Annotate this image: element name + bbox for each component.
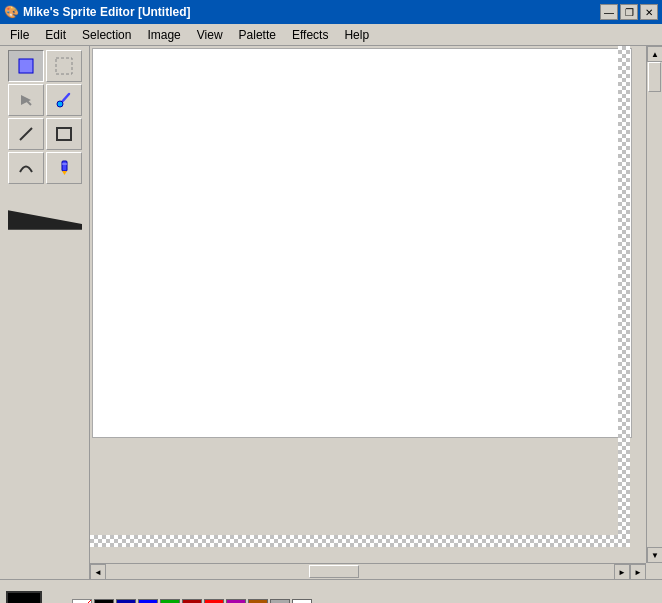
scroll-thumb-horizontal[interactable] bbox=[309, 565, 359, 578]
swatch-green[interactable] bbox=[160, 599, 180, 604]
scrollbar-vertical[interactable]: ▲ ▼ bbox=[646, 46, 662, 563]
svg-point-5 bbox=[57, 101, 63, 107]
menu-bar: File Edit Selection Image View Palette E… bbox=[0, 24, 662, 46]
scrollbar-horizontal[interactable]: ◄ ► ► bbox=[90, 563, 646, 579]
menu-image[interactable]: Image bbox=[139, 26, 188, 44]
swatch-blue[interactable] bbox=[138, 599, 158, 604]
minimize-button[interactable]: — bbox=[600, 4, 618, 20]
svg-marker-9 bbox=[62, 171, 67, 175]
brush-size-area bbox=[4, 194, 86, 234]
swatch-white[interactable] bbox=[292, 599, 312, 604]
window-title: Mike's Sprite Editor [Untitled] bbox=[23, 5, 191, 19]
svg-line-6 bbox=[20, 128, 32, 140]
svg-rect-7 bbox=[57, 128, 71, 140]
menu-view[interactable]: View bbox=[189, 26, 231, 44]
swatch-dark-red[interactable] bbox=[182, 599, 202, 604]
scroll-track-vertical[interactable] bbox=[647, 62, 662, 547]
swatch-gray[interactable] bbox=[270, 599, 290, 604]
scroll-left-button[interactable]: ◄ bbox=[90, 564, 106, 579]
palette-area bbox=[72, 599, 312, 604]
svg-marker-11 bbox=[8, 210, 82, 229]
swatch-red[interactable] bbox=[204, 599, 224, 604]
menu-help[interactable]: Help bbox=[336, 26, 377, 44]
line-tool[interactable] bbox=[8, 118, 44, 150]
app-icon: 🎨 bbox=[4, 5, 19, 19]
restore-button[interactable]: ❐ bbox=[620, 4, 638, 20]
menu-effects[interactable]: Effects bbox=[284, 26, 336, 44]
tool-row-4 bbox=[2, 152, 87, 184]
toolbar bbox=[0, 46, 90, 579]
bottom-area bbox=[0, 579, 662, 603]
rect-tool[interactable] bbox=[46, 118, 82, 150]
canvas-checkerboard-bottom bbox=[90, 535, 630, 547]
swatch-magenta-dark[interactable] bbox=[226, 599, 246, 604]
scroll-track-horizontal[interactable] bbox=[106, 564, 614, 579]
scroll-up-button[interactable]: ▲ bbox=[647, 46, 662, 62]
swatch-dark-blue[interactable] bbox=[116, 599, 136, 604]
close-button[interactable]: ✕ bbox=[640, 4, 658, 20]
svg-rect-0 bbox=[19, 59, 33, 73]
tool-row-2 bbox=[2, 84, 87, 116]
swatch-black[interactable] bbox=[94, 599, 114, 604]
scroll-down-button[interactable]: ▼ bbox=[647, 547, 662, 563]
scroll-thumb-vertical[interactable] bbox=[648, 62, 661, 92]
palette-row-1 bbox=[72, 599, 312, 604]
canvas-checkerboard-right bbox=[618, 46, 630, 547]
menu-file[interactable]: File bbox=[2, 26, 37, 44]
select-rect-tool[interactable] bbox=[8, 50, 44, 82]
scroll-right-button-2[interactable]: ► bbox=[630, 564, 646, 579]
title-bar: 🎨 Mike's Sprite Editor [Untitled] — ❐ ✕ bbox=[0, 0, 662, 24]
menu-palette[interactable]: Palette bbox=[231, 26, 284, 44]
menu-edit[interactable]: Edit bbox=[37, 26, 74, 44]
svg-rect-1 bbox=[56, 58, 72, 74]
pencil-tool[interactable] bbox=[46, 152, 82, 184]
curve-tool[interactable] bbox=[8, 152, 44, 184]
tool-row-1 bbox=[2, 50, 87, 82]
title-left: 🎨 Mike's Sprite Editor [Untitled] bbox=[4, 5, 191, 19]
main-area: ▲ ▼ ◄ ► ► bbox=[0, 46, 662, 579]
menu-selection[interactable]: Selection bbox=[74, 26, 139, 44]
fill-tool[interactable] bbox=[8, 84, 44, 116]
tool-row-3 bbox=[2, 118, 87, 150]
eyedropper-tool[interactable] bbox=[46, 84, 82, 116]
svg-rect-8 bbox=[62, 161, 67, 171]
title-controls: — ❐ ✕ bbox=[600, 4, 658, 20]
canvas-container[interactable]: ▲ ▼ ◄ ► ► bbox=[90, 46, 662, 579]
swatch-transparent[interactable] bbox=[72, 599, 92, 604]
swatch-brown[interactable] bbox=[248, 599, 268, 604]
scrollbar-corner bbox=[646, 563, 662, 579]
color-selector bbox=[6, 591, 64, 604]
drawing-canvas[interactable] bbox=[92, 48, 632, 438]
canvas-wrapper bbox=[90, 46, 646, 563]
scroll-right-button-1[interactable]: ► bbox=[614, 564, 630, 579]
foreground-color-box[interactable] bbox=[6, 591, 42, 604]
select-irregular-tool[interactable] bbox=[46, 50, 82, 82]
